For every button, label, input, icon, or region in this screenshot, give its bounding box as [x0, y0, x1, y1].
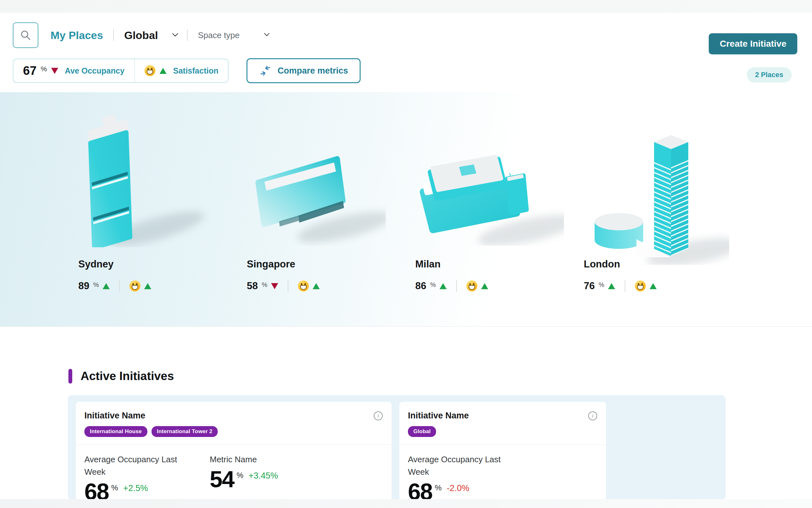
place-occupancy-value: 58 [247, 280, 258, 292]
initiative-metric: Metric Name 54 % +3.45% [210, 453, 335, 500]
place-occupancy-unit: % [599, 281, 604, 289]
nav-row: My Places Global Space type [13, 22, 268, 49]
trend-up-icon [159, 68, 166, 74]
metric-label: Average Occupancy Last Week [408, 453, 513, 478]
place-occupancy-value: 86 [415, 280, 426, 292]
initiatives-container: Initiative Name International House Inte… [68, 395, 726, 500]
places-count-badge: 2 Places [747, 67, 792, 83]
place-stats: 86 % [415, 280, 488, 292]
trend-up-icon [650, 283, 657, 289]
occupancy-label: Ave Occupancy [65, 66, 125, 76]
occupancy-unit: % [41, 65, 47, 73]
divider [288, 280, 288, 292]
place-name: London [584, 258, 620, 270]
place-stats: 89 % [78, 280, 151, 292]
trend-up-icon [103, 283, 110, 289]
metric-delta: +2.5% [123, 483, 148, 493]
places-dashboard: My Places Global Space type Create Initi… [0, 0, 812, 508]
compare-metrics-button[interactable]: Compare metrics [246, 58, 361, 83]
initiative-card-header: Initiative Name Global [399, 402, 606, 444]
place-occupancy-unit: % [261, 281, 267, 289]
places-band: Sydney 89 % [0, 92, 812, 327]
my-places-title[interactable]: My Places [50, 29, 103, 42]
trend-up-icon [608, 283, 615, 289]
initiative-card[interactable]: Initiative Name Global Average Occupancy… [399, 402, 606, 500]
bottom-strip [0, 499, 812, 508]
active-initiatives-section: Active Initiatives Initiative Name Inter… [0, 327, 812, 499]
initiative-tags: International House International Tower … [84, 426, 382, 437]
occupancy-value: 67 [23, 64, 37, 78]
place-occupancy-unit: % [430, 281, 436, 289]
place-card-sydney[interactable]: Sydney 89 % [70, 92, 239, 326]
section-title: Active Initiatives [68, 369, 174, 384]
metric-delta: -2.0% [446, 483, 469, 493]
metric-value: 68 [84, 481, 109, 500]
scope-selector-value: Global [124, 29, 158, 42]
trend-down-icon [51, 68, 58, 74]
striped-skyscraper-building-illustration [588, 111, 729, 266]
initiative-tags: Global [408, 426, 596, 437]
metric-label: Average Occupancy Last Week [84, 453, 190, 478]
create-initiative-button[interactable]: Create Initiative [709, 33, 797, 54]
trend-up-icon [313, 283, 320, 289]
initiative-title: Initiative Name [84, 411, 382, 421]
satisfaction-label: Satisfaction [173, 66, 219, 76]
divider [456, 280, 457, 292]
place-name: Milan [415, 258, 440, 270]
initiative-card[interactable]: Initiative Name International House Inte… [76, 402, 392, 500]
top-strip [0, 0, 812, 13]
divider [113, 30, 114, 41]
metric-value: 54 [210, 468, 234, 490]
place-card-london[interactable]: London 76 % [576, 92, 744, 326]
metric-unit: % [111, 483, 118, 492]
initiative-metric: Average Occupancy Last Week 68 % -2.0% [408, 453, 533, 500]
place-tag: Global [408, 426, 436, 437]
metric-label: Metric Name [210, 453, 315, 466]
divider [625, 280, 625, 292]
place-card-milan[interactable]: Milan 86 % [407, 92, 576, 326]
place-occupancy-unit: % [93, 281, 99, 289]
metric-value: 68 [408, 481, 432, 500]
trend-up-icon [439, 283, 446, 289]
metric-delta: +3.45% [248, 471, 278, 481]
trend-up-icon [481, 283, 488, 289]
metric-filter-box: 67 % Ave Occupancy Satisfaction [13, 58, 229, 83]
header: My Places Global Space type Create Initi… [0, 13, 812, 92]
scope-selector[interactable]: Global [124, 29, 177, 42]
metric-unit: % [237, 471, 243, 480]
place-tag: International Tower 2 [151, 426, 218, 437]
initiative-metric: Average Occupancy Last Week 68 % +2.5% [84, 453, 210, 500]
trend-down-icon [271, 283, 278, 289]
grinning-face-emoji-icon [130, 281, 140, 291]
place-tag: International House [84, 426, 147, 437]
ave-occupancy-metric[interactable]: 67 % Ave Occupancy [13, 59, 134, 82]
grinning-face-emoji-icon [144, 65, 155, 76]
search-button[interactable] [13, 23, 38, 48]
tiered-block-building-illustration [411, 137, 564, 247]
place-stats: 76 % [584, 280, 657, 292]
satisfaction-metric[interactable]: Satisfaction [135, 59, 228, 82]
grinning-face-emoji-icon [466, 281, 477, 291]
initiative-card-header: Initiative Name International House Inte… [76, 402, 392, 444]
grinning-face-emoji-icon [635, 281, 646, 291]
place-occupancy-value: 76 [584, 280, 594, 292]
space-type-selector[interactable]: Space type [198, 30, 268, 40]
info-icon[interactable] [588, 411, 597, 420]
metrics-bar: 67 % Ave Occupancy Satisfaction [13, 58, 361, 83]
segmented-tower-building-illustration [72, 110, 209, 249]
initiative-title: Initiative Name [408, 411, 596, 421]
chevron-down-icon [172, 30, 178, 36]
info-icon[interactable] [374, 411, 383, 420]
compare-metrics-label: Compare metrics [278, 66, 348, 76]
grinning-face-emoji-icon [298, 281, 309, 291]
trend-up-icon [144, 283, 151, 289]
initiative-card-body: Average Occupancy Last Week 68 % -2.0% [399, 445, 606, 500]
place-name: Singapore [247, 258, 295, 270]
divider [187, 30, 188, 41]
divider [119, 280, 120, 292]
section-accent-bar [68, 369, 72, 384]
place-card-singapore[interactable]: Singapore 58 % [239, 92, 407, 326]
place-stats: 58 % [247, 280, 320, 292]
place-occupancy-value: 89 [78, 280, 89, 292]
initiative-card-body: Average Occupancy Last Week 68 % +2.5% M… [76, 445, 392, 500]
